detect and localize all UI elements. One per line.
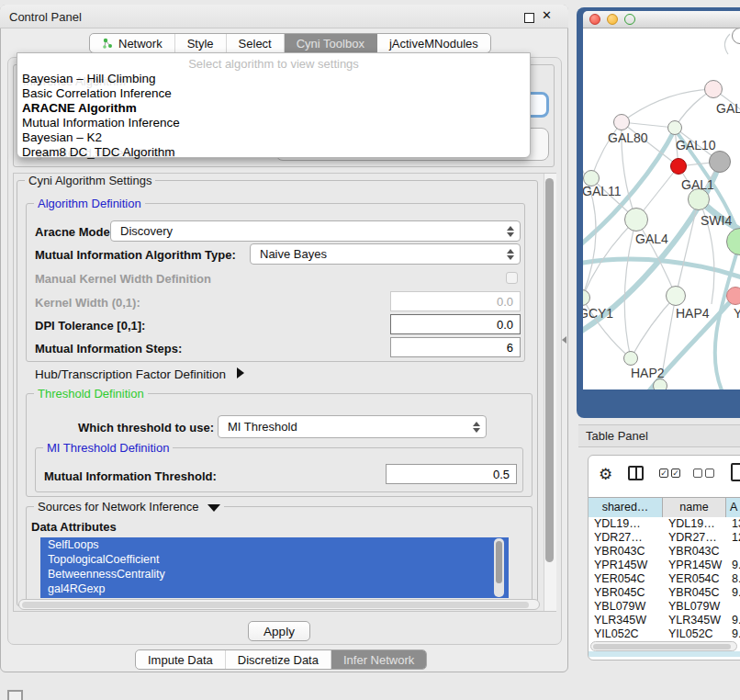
which-threshold-combobox[interactable]: MI Threshold xyxy=(218,415,487,438)
popup-item-bayesian-k2[interactable]: Bayesian – K2 xyxy=(22,130,102,144)
popup-item-mutual-information[interactable]: Mutual Information Inference xyxy=(22,116,180,130)
node-gal-partial[interactable] xyxy=(704,80,723,98)
mi-steps-label: Mutual Information Steps: xyxy=(35,342,182,356)
split-divider xyxy=(635,468,637,479)
node-label: GAL80 xyxy=(608,130,648,145)
node-gal1-red[interactable] xyxy=(670,158,687,175)
mi-steps-input[interactable]: 6 xyxy=(390,337,521,357)
table-horizontal-scrollbar[interactable] xyxy=(590,641,737,651)
list-item-betweennesscentrality[interactable]: BetweennessCentrality xyxy=(40,567,509,581)
screen: Control Panel ✕ Network Style Select Cyn… xyxy=(0,0,740,700)
tab-jactivemnodules[interactable]: jActiveMNodules xyxy=(377,34,490,52)
popup-item-basic-correlation[interactable]: Basic Correlation Inference xyxy=(22,86,172,100)
node-label: GAL11 xyxy=(583,184,622,198)
node-label: GAL xyxy=(716,101,740,116)
manual-kernel-checkbox[interactable] xyxy=(506,272,518,284)
column-header-name[interactable]: name xyxy=(663,498,726,517)
tab-cyni-toolbox[interactable]: Cyni Toolbox xyxy=(285,34,377,52)
node-label: GAL4 xyxy=(635,231,668,246)
tab-discretize-data[interactable]: Discretize Data xyxy=(226,650,331,669)
minimized-panel-icon[interactable] xyxy=(7,690,23,700)
node-gray[interactable] xyxy=(709,151,731,173)
network-canvas[interactable]: GAL GAL80 GAL10 GAL11 GAL1 GAL4 SWI4 GCY… xyxy=(583,28,740,390)
gear-icon[interactable]: ⚙ xyxy=(599,465,612,484)
algorithm-definition-title: Algorithm Definition xyxy=(34,197,145,210)
column-header-partial[interactable]: A xyxy=(726,498,740,517)
mi-type-label: Mutual Information Algorithm Type: xyxy=(35,248,236,262)
node-salmon-y[interactable] xyxy=(726,287,740,305)
minimize-traffic-light[interactable] xyxy=(607,14,618,25)
mi-type-combobox[interactable]: Naive Bayes xyxy=(250,243,521,265)
popup-item-bayesian-hill-climbing[interactable]: Bayesian – Hill Climbing xyxy=(22,72,156,85)
node-gal80[interactable] xyxy=(613,114,630,130)
cyni-algorithm-settings-title: Cyni Algorithm Settings xyxy=(25,174,155,187)
popup-item-aracne[interactable]: ARACNE Algorithm xyxy=(22,101,137,115)
node-label: GAL1 xyxy=(681,177,714,192)
dpi-tolerance-label: DPI Tolerance [0,1]: xyxy=(35,319,145,333)
tab-network[interactable]: Network xyxy=(90,34,175,52)
data-attributes-list: SelfLoops TopologicalCoefficient Between… xyxy=(40,537,509,598)
node-label: Y xyxy=(734,306,740,321)
control-panel-tabbar: Network Style Select Cyni Toolbox jActiv… xyxy=(89,33,491,53)
tab-style[interactable]: Style xyxy=(175,34,227,52)
dpi-tolerance-input[interactable]: 0.0 xyxy=(390,314,521,334)
float-window-icon[interactable] xyxy=(524,13,534,23)
apply-button[interactable]: Apply xyxy=(248,621,310,641)
column-header-shared-name[interactable]: shared… xyxy=(589,498,663,517)
which-threshold-label: Which threshold to use: xyxy=(78,421,214,435)
export-table-icon[interactable] xyxy=(731,463,740,481)
list-scrollbar-thumb[interactable] xyxy=(496,541,502,583)
sources-group-title[interactable]: Sources for Network Inference xyxy=(34,500,224,514)
bottom-tabbar: Impute Data Discretize Data Infer Networ… xyxy=(135,649,427,670)
settings-horizontal-scrollbar[interactable] xyxy=(18,599,540,610)
tab-select[interactable]: Select xyxy=(227,34,285,52)
popup-prompt: Select algorithm to view settings xyxy=(17,57,530,71)
network-icon xyxy=(102,38,114,50)
list-item-selfloops[interactable]: SelfLoops xyxy=(40,537,509,552)
aracne-mode-combobox[interactable]: Discovery xyxy=(110,220,521,242)
list-item-topologicalcoefficient[interactable]: TopologicalCoefficient xyxy=(40,552,509,567)
node-label: HAP2 xyxy=(631,366,665,380)
tab-impute-data[interactable]: Impute Data xyxy=(136,650,226,669)
network-window-titlebar[interactable] xyxy=(583,11,740,28)
mi-threshold-input[interactable]: 0.5 xyxy=(386,464,517,484)
table-rows: YDL19…YDL19…13 YDR27…YDR27…12 YBR043CYBR… xyxy=(589,516,740,642)
aracne-mode-label: Aracne Mode: xyxy=(35,225,114,239)
table-hscrollbar-thumb[interactable] xyxy=(593,644,731,649)
tab-infer-network[interactable]: Infer Network xyxy=(331,650,426,669)
table-footer-strip xyxy=(589,651,740,657)
node-label: HAP4 xyxy=(676,306,710,321)
stepper-icon xyxy=(507,226,514,237)
select-all-columns-icon[interactable]: ✓✓ xyxy=(659,469,680,478)
node-gal4[interactable] xyxy=(624,208,648,231)
expander-collapsed-icon xyxy=(237,367,244,378)
close-icon[interactable]: ✕ xyxy=(542,8,552,22)
stepper-icon xyxy=(473,422,480,433)
stepper-icon xyxy=(507,249,514,260)
popup-item-dream8[interactable]: Dream8 DC_TDC Algorithm xyxy=(22,145,175,159)
algorithm-dropdown-popup: Inference Algorithm gal-filtered.sif def… xyxy=(17,52,531,158)
zoom-traffic-light[interactable] xyxy=(624,14,635,25)
hscrollbar-thumb[interactable] xyxy=(22,602,529,608)
mi-threshold-group-title: MI Threshold Definition xyxy=(43,441,173,455)
node-label: GCY1 xyxy=(583,306,613,321)
node-hap4[interactable] xyxy=(666,286,686,306)
list-item-gal4rgexp[interactable]: gal4RGexp xyxy=(40,581,509,596)
node-gal10[interactable] xyxy=(667,120,682,135)
kernel-width-input[interactable]: 0.0 xyxy=(390,291,521,311)
settings-scrollbar-thumb[interactable] xyxy=(545,178,554,562)
splitter-collapse-arrow[interactable] xyxy=(562,336,566,344)
mi-threshold-label: Mutual Information Threshold: xyxy=(44,469,217,483)
close-traffic-light[interactable] xyxy=(589,14,600,25)
control-panel-header xyxy=(0,5,568,28)
hub-definition-expander[interactable]: Hub/Transcription Factor Definition xyxy=(35,367,244,381)
deselect-columns-icon[interactable]: ✓✓ xyxy=(693,469,714,478)
manual-kernel-label: Manual Kernel Width Definition xyxy=(35,272,211,286)
table-panel-title: Table Panel xyxy=(586,429,648,443)
node-hap2[interactable] xyxy=(623,351,638,366)
node-label: GAL10 xyxy=(676,138,716,152)
data-attributes-label: Data Attributes xyxy=(31,520,117,534)
threshold-definition-title: Threshold Definition xyxy=(34,387,148,401)
split-view-icon[interactable] xyxy=(628,466,644,480)
expander-expanded-icon xyxy=(207,504,220,512)
